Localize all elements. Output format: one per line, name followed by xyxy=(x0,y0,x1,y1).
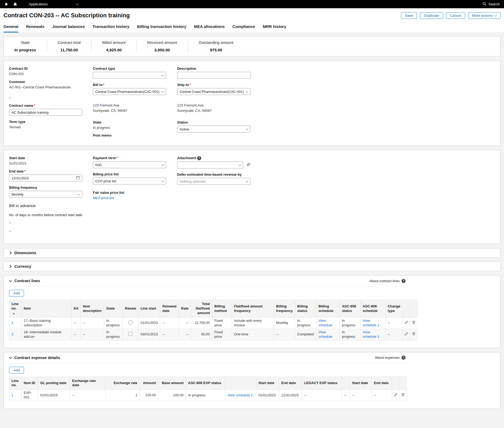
renew-checkbox[interactable] xyxy=(129,320,133,324)
kit-cell: -- xyxy=(72,329,81,340)
view-billing-schedule-link[interactable]: View schedule xyxy=(319,330,332,339)
edit-expense-button[interactable] xyxy=(392,390,399,401)
end-date-label: End date* xyxy=(9,169,26,173)
col-delete xyxy=(410,300,418,318)
defer-revenue-select[interactable]: Nothing selected xyxy=(177,178,250,185)
contract-id-value: CON-203 xyxy=(9,72,24,76)
line-number-link[interactable]: 2 xyxy=(11,332,13,336)
contract-type-label: Contract type xyxy=(93,67,115,71)
col-billing-status: Billing status xyxy=(295,300,316,318)
col-billing-schedule: Billing schedule xyxy=(316,300,340,318)
delete-line-button[interactable] xyxy=(410,317,418,329)
chevron-down-icon xyxy=(246,127,249,130)
delete-line-button[interactable] xyxy=(410,329,418,340)
defer-revenue-label: Defer estimated time-based revenue by xyxy=(177,172,242,176)
ship-to-address: 123 Fremont Ave. Sunnyvale, CA, 94087 xyxy=(177,103,212,113)
tab-compliance[interactable]: Compliance xyxy=(232,24,255,32)
line-number-link[interactable]: 1 xyxy=(11,321,13,325)
view-schedule-link[interactable]: View schedule 1 xyxy=(228,393,253,397)
view-asc606-schedule-link[interactable]: View schedule 1 xyxy=(363,319,379,327)
search-button[interactable]: Search xyxy=(482,2,500,7)
customer-link[interactable]: AC-001--Central Coast Pharmaceuticals xyxy=(9,85,71,89)
duplicate-button[interactable]: Duplicate xyxy=(420,12,443,19)
bill-to-address-line1: 123 Fremont Ave. xyxy=(93,103,127,108)
billing-frequency-select[interactable]: Monthly xyxy=(9,191,82,198)
summary-state-label: State xyxy=(14,40,36,45)
exchange-rate-date-cell: -- xyxy=(70,390,106,401)
tab-journal-balances[interactable]: Journal balances xyxy=(52,24,85,32)
mea-price-list-link[interactable]: MEA price list xyxy=(93,196,114,200)
col-line-start: Line start xyxy=(138,300,160,318)
chevron-down-icon xyxy=(246,90,249,93)
payment-term-select[interactable]: N30 xyxy=(93,161,166,168)
chevron-down-icon xyxy=(162,90,164,93)
end-date-input[interactable] xyxy=(11,176,76,180)
status-select[interactable]: Active xyxy=(177,126,250,133)
about-contract-lines-label: About contract lines xyxy=(369,279,400,283)
line-number-link[interactable]: 1 xyxy=(11,393,13,397)
bill-to-select[interactable]: Central Coast Pharmaceuticals(CAC-001) xyxy=(93,88,166,95)
description-field[interactable] xyxy=(177,72,250,79)
col-edit xyxy=(403,300,410,318)
post-memo-label: Post memo xyxy=(93,133,111,137)
exchange-rate-cell: 1 xyxy=(106,390,140,401)
col-legacy-exp-schedule xyxy=(342,377,350,390)
edit-line-button[interactable] xyxy=(403,317,410,329)
col-kit: Kit xyxy=(72,300,81,318)
more-actions-button[interactable]: More actions xyxy=(468,12,501,19)
page-header: Contract CON-203 -- AC Subscription trai… xyxy=(0,8,504,33)
help-icon[interactable]: ? xyxy=(197,156,201,160)
state-cell: In progress xyxy=(104,329,123,340)
edit-line-button[interactable] xyxy=(403,329,410,340)
view-billing-schedule-link[interactable]: View schedule xyxy=(319,319,332,327)
calendar-icon[interactable] xyxy=(76,176,80,180)
contract-name-input[interactable] xyxy=(11,110,80,114)
home-icon[interactable] xyxy=(13,2,17,6)
expense-row: 1 EXP-001 01/01/2023 -- 1 100.00 100.00 … xyxy=(9,390,407,401)
tab-billing-transaction-history[interactable]: Billing transaction history xyxy=(137,24,186,32)
end-date-field[interactable] xyxy=(9,175,82,182)
cancel-button[interactable]: Cancel xyxy=(446,12,465,19)
days-before-label: No. of days or months before contract st… xyxy=(9,213,82,217)
legacy-exp-status-cell: -- xyxy=(302,390,342,401)
tab-transaction-history[interactable]: Transaction history xyxy=(93,24,129,32)
add-expense-button[interactable]: Add xyxy=(9,367,24,373)
tab-renewals[interactable]: Renewals xyxy=(26,24,44,32)
collapse-section-icon[interactable] xyxy=(9,356,12,359)
paperclip-icon[interactable] xyxy=(246,163,250,168)
contract-type-select[interactable] xyxy=(93,72,166,79)
applications-menu[interactable]: Applications xyxy=(29,2,78,6)
view-asc606-schedule-link[interactable]: View schedule 1 xyxy=(363,330,379,339)
description-input[interactable] xyxy=(180,73,248,77)
billing-price-list-select[interactable]: CCP price list xyxy=(93,178,166,184)
tab-mrr-history[interactable]: MRR history xyxy=(263,24,286,32)
start-date-value: 01/01/2023 xyxy=(9,161,26,165)
tab-general[interactable]: General xyxy=(3,24,18,32)
asc606-status-cell: In progress xyxy=(340,317,360,329)
save-button[interactable]: Save xyxy=(401,12,417,19)
legacy-start-date-cell: -- xyxy=(350,390,372,401)
help-icon[interactable]: ? xyxy=(402,279,406,283)
tab-mea-allocations[interactable]: MEA allocations xyxy=(194,24,225,32)
contract-name-field[interactable] xyxy=(9,109,82,116)
top-navigation-bar: Applications Search xyxy=(0,0,504,8)
col-exchange-rate: Exchange rate xyxy=(106,377,140,390)
delete-expense-button[interactable] xyxy=(399,390,407,401)
state-value: In progress xyxy=(93,126,110,130)
favorites-star-icon[interactable] xyxy=(4,2,8,6)
ship-to-value: Central Coast Pharmaceuticals(CAC-001) xyxy=(180,90,246,94)
required-asterisk: * xyxy=(24,169,26,173)
chevron-down-icon xyxy=(239,163,241,166)
dimensions-section-header[interactable]: Dimensions xyxy=(3,248,501,258)
legacy-end-date-cell: -- xyxy=(372,390,392,401)
help-icon[interactable]: ? xyxy=(402,356,406,360)
attachment-select[interactable] xyxy=(177,162,243,168)
page-title: Contract CON-203 -- AC Subscription trai… xyxy=(3,12,130,19)
ship-to-select[interactable]: Central Coast Pharmaceuticals(CAC-001) xyxy=(177,88,250,95)
renew-checkbox[interactable] xyxy=(129,332,133,336)
col-asc606-status: ASC-606 status xyxy=(340,300,360,318)
col-line-no[interactable]: Line no. xyxy=(9,300,22,318)
currency-section-header[interactable]: Currency xyxy=(3,262,501,271)
add-contract-line-button[interactable]: Add xyxy=(9,290,24,297)
collapse-section-icon[interactable] xyxy=(9,279,12,282)
